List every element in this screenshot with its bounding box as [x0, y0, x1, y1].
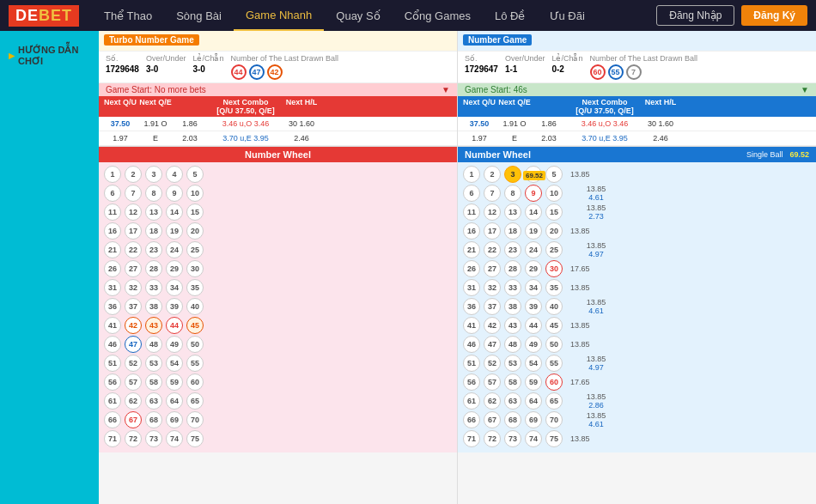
- num-29[interactable]: 29: [166, 260, 183, 277]
- num-20[interactable]: 20: [186, 222, 204, 240]
- hl2-val1[interactable]: 30 1.60: [643, 118, 678, 129]
- drawn-ball2-1[interactable]: 60: [590, 64, 606, 80]
- n2-13[interactable]: 13: [504, 203, 521, 221]
- n2-36[interactable]: 36: [463, 298, 480, 315]
- num-1[interactable]: 1: [104, 166, 121, 183]
- nav-gamenhanh[interactable]: Game Nhanh: [234, 0, 324, 31]
- n2-17[interactable]: 17: [484, 222, 501, 240]
- num-41[interactable]: 41: [104, 317, 121, 334]
- n2-29[interactable]: 29: [525, 260, 542, 277]
- num-69[interactable]: 69: [166, 411, 183, 428]
- n2-42[interactable]: 42: [484, 317, 501, 334]
- n2-54[interactable]: 54: [525, 355, 542, 372]
- n2-67[interactable]: 67: [484, 411, 501, 428]
- n2-70[interactable]: 70: [545, 411, 563, 428]
- num-13[interactable]: 13: [145, 203, 162, 221]
- combo-b1[interactable]: 3.46 u,O 3.46: [207, 118, 284, 129]
- drawn-ball-1[interactable]: 44: [231, 64, 247, 80]
- num-23[interactable]: 23: [145, 241, 162, 258]
- combo2-a1[interactable]: 1.86: [532, 118, 566, 129]
- num-56[interactable]: 56: [104, 373, 121, 391]
- num-75[interactable]: 75: [186, 430, 204, 447]
- n2-49[interactable]: 49: [525, 336, 542, 353]
- num-63[interactable]: 63: [145, 392, 162, 410]
- num-60[interactable]: 60: [186, 373, 204, 391]
- n2-18[interactable]: 18: [504, 222, 521, 240]
- num-67[interactable]: 67: [125, 411, 142, 428]
- n2-55[interactable]: 55: [545, 355, 563, 372]
- n2-1[interactable]: 1: [463, 166, 480, 183]
- nav-uudai[interactable]: Ưu Đãi: [538, 0, 597, 31]
- register-button[interactable]: Đăng Ký: [741, 5, 807, 26]
- n2-75[interactable]: 75: [545, 430, 563, 447]
- n2-15[interactable]: 15: [545, 203, 563, 221]
- n2-34[interactable]: 34: [525, 279, 542, 296]
- num-55[interactable]: 55: [186, 355, 204, 372]
- n2-57[interactable]: 57: [484, 373, 501, 391]
- num-73[interactable]: 73: [145, 430, 162, 447]
- n2-66[interactable]: 66: [463, 411, 480, 428]
- login-button[interactable]: Đăng Nhập: [656, 5, 734, 26]
- num-9[interactable]: 9: [166, 185, 183, 202]
- combo-a1[interactable]: 1.86: [173, 118, 207, 129]
- n2-28[interactable]: 28: [504, 260, 521, 277]
- nav-conggames[interactable]: Cổng Games: [393, 0, 483, 31]
- num-52[interactable]: 52: [125, 355, 142, 372]
- num-51[interactable]: 51: [104, 355, 121, 372]
- num-49[interactable]: 49: [166, 336, 183, 353]
- n2-38[interactable]: 38: [504, 298, 521, 315]
- num-34[interactable]: 34: [166, 279, 183, 296]
- n2-2[interactable]: 2: [484, 166, 501, 183]
- drawn-ball2-3[interactable]: 7: [626, 64, 642, 80]
- n2-45[interactable]: 45: [545, 317, 563, 334]
- n2-30[interactable]: 30: [545, 260, 563, 277]
- n2-32[interactable]: 32: [484, 279, 501, 296]
- num-72[interactable]: 72: [125, 430, 142, 447]
- qe2-val1[interactable]: 1.91 O: [497, 118, 532, 129]
- num-64[interactable]: 64: [166, 392, 183, 410]
- num-65[interactable]: 65: [186, 392, 204, 410]
- num-66[interactable]: 66: [104, 411, 121, 428]
- num-59[interactable]: 59: [166, 373, 183, 391]
- n2-11[interactable]: 11: [463, 203, 480, 221]
- num-54[interactable]: 54: [166, 355, 183, 372]
- num-61[interactable]: 61: [104, 392, 121, 410]
- combo2-a2[interactable]: 2.03: [532, 133, 566, 143]
- n2-68[interactable]: 68: [504, 411, 521, 428]
- num-21[interactable]: 21: [104, 241, 121, 258]
- ou-val2[interactable]: 1.97: [102, 133, 138, 143]
- num-30[interactable]: 30: [186, 260, 204, 277]
- n2-33[interactable]: 33: [504, 279, 521, 296]
- n2-20[interactable]: 20: [545, 222, 563, 240]
- n2-31[interactable]: 31: [463, 279, 480, 296]
- num-27[interactable]: 27: [125, 260, 142, 277]
- combo2-b2[interactable]: 3.70 u,E 3.95: [566, 133, 643, 143]
- n2-60[interactable]: 60: [545, 373, 563, 391]
- n2-64[interactable]: 64: [525, 392, 542, 410]
- num-71[interactable]: 71: [104, 430, 121, 447]
- num-45[interactable]: 45: [186, 317, 204, 334]
- num-39[interactable]: 39: [166, 298, 183, 315]
- num-42[interactable]: 42: [125, 317, 142, 334]
- qe-val1[interactable]: 1.91 O: [138, 118, 173, 129]
- num-7[interactable]: 7: [125, 185, 142, 202]
- n2-72[interactable]: 72: [484, 430, 501, 447]
- num-48[interactable]: 48: [145, 336, 162, 353]
- num-4[interactable]: 4: [166, 166, 183, 183]
- num-47[interactable]: 47: [125, 336, 142, 353]
- num-36[interactable]: 36: [104, 298, 121, 315]
- num-32[interactable]: 32: [125, 279, 142, 296]
- num-35[interactable]: 35: [186, 279, 204, 296]
- num-6[interactable]: 6: [104, 185, 121, 202]
- n2-74[interactable]: 74: [525, 430, 542, 447]
- n2-46[interactable]: 46: [463, 336, 480, 353]
- num-57[interactable]: 57: [125, 373, 142, 391]
- n2-14[interactable]: 14: [525, 203, 542, 221]
- num-22[interactable]: 22: [125, 241, 142, 258]
- combo2-b1[interactable]: 3.46 u,O 3.46: [566, 118, 643, 129]
- num-5[interactable]: 5: [186, 166, 204, 183]
- n2-52[interactable]: 52: [484, 355, 501, 372]
- num-38[interactable]: 38: [145, 298, 162, 315]
- num-26[interactable]: 26: [104, 260, 121, 277]
- n2-24[interactable]: 24: [525, 241, 542, 258]
